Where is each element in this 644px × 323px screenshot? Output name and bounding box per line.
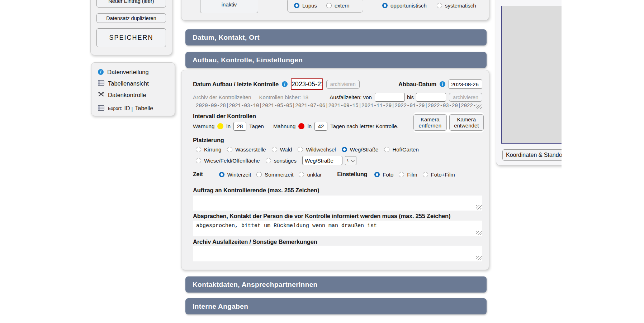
radio-label: Foto+Film bbox=[431, 172, 455, 178]
radio-option-wasserstelle[interactable]: Wasserstelle bbox=[227, 146, 266, 153]
export-separator: | bbox=[132, 106, 133, 112]
radio-label: Hof/Garten bbox=[392, 146, 418, 153]
mahnung-label: Mahnung bbox=[273, 123, 296, 129]
in-label: in bbox=[226, 123, 231, 129]
export-tabelle-link[interactable]: Tabelle bbox=[135, 105, 153, 112]
absprachen-textarea[interactable]: abgesprochen, bittet um Rückmeldung wenn… bbox=[193, 221, 482, 236]
aufbau-form-panel: Datum Aufbau / letzte Kontrolle archivie… bbox=[181, 70, 489, 270]
radio-option-systematisch[interactable]: systematisch bbox=[437, 3, 476, 9]
datum-aufbau-input[interactable] bbox=[291, 78, 323, 90]
radio-option-unklar[interactable]: unklar bbox=[299, 172, 322, 178]
ausfallzeiten-von-label: Ausfallzeiten: von bbox=[330, 94, 372, 100]
abbau-datum-input[interactable] bbox=[449, 79, 482, 89]
radio-label: Sommerzeit bbox=[265, 172, 293, 178]
kontroll-archiv-dates: 2020-09-28|2021-03-10|2021-05-05|2021-07… bbox=[193, 103, 476, 109]
status-panel: inaktiv Lupus extern opportunistisch sys… bbox=[181, 0, 489, 20]
radio-option-film[interactable]: Film bbox=[399, 172, 417, 178]
ausfall-bis-input[interactable] bbox=[416, 93, 446, 102]
radio-label: opportunistisch bbox=[390, 3, 427, 9]
table-icon bbox=[98, 80, 104, 87]
auftrag-textarea-wrap bbox=[193, 196, 482, 211]
abbau-datum-label: Abbau-Datum bbox=[398, 81, 436, 88]
zeit-label: Zeit bbox=[193, 171, 203, 178]
kamera-entfernen-button[interactable]: Kamera entfernen bbox=[413, 114, 447, 131]
inaktiv-button[interactable]: inaktiv bbox=[200, 0, 258, 13]
sidebar-item-label: Tabellenansicht bbox=[108, 80, 149, 87]
radio-label: Wald bbox=[280, 146, 292, 153]
map-panel: Koordinaten & Standorte bbox=[496, 0, 562, 165]
radio-option-weg-strasse[interactable]: Weg/Straße bbox=[342, 146, 379, 153]
section-bar-interne-angaben[interactable]: Interne Angaben bbox=[185, 298, 487, 314]
radio-icon bbox=[196, 147, 201, 152]
radio-icon bbox=[399, 172, 404, 177]
chevron-down-icon bbox=[351, 158, 355, 162]
resize-grip-icon[interactable] bbox=[476, 205, 482, 209]
absprachen-label: Absprachen, Kontakt der Person die vor K… bbox=[193, 213, 450, 220]
archivieren-ausfall-button[interactable]: archivieren bbox=[449, 93, 482, 102]
radio-option-kirrung[interactable]: Kirrung bbox=[196, 146, 221, 153]
section-bar-kontaktdaten[interactable]: Kontaktdaten, AnsprechpartnerInnen bbox=[185, 276, 487, 293]
mode-radio-group: opportunistisch systematisch bbox=[382, 0, 476, 13]
radio-option-foto-film[interactable]: Foto+Film bbox=[423, 172, 455, 178]
auftrag-label: Auftrag an Kontrollierende (max. 255 Zei… bbox=[193, 187, 319, 194]
radio-option-winterzeit[interactable]: Winterzeit bbox=[219, 172, 251, 178]
radio-icon bbox=[266, 158, 271, 163]
ausfall-von-input[interactable] bbox=[375, 93, 405, 102]
platzierung-select[interactable]: \ bbox=[345, 156, 356, 165]
section-bar-aufbau-kontrolle[interactable]: Aufbau, Kontrolle, Einstellungen bbox=[185, 52, 487, 68]
table-icon bbox=[98, 105, 104, 112]
kamera-buttons-card: Kamera entfernen Kamera entwendet bbox=[413, 112, 484, 132]
alert-dot-icon bbox=[298, 123, 304, 129]
source-radio-group: Lupus extern bbox=[287, 0, 363, 13]
sidebar-item-datenverteilung[interactable]: Datenverteilung bbox=[98, 68, 149, 76]
radio-option-wald[interactable]: Wald bbox=[272, 146, 292, 153]
kontroll-archiv-list[interactable]: 2020-09-28|2021-03-10|2021-05-05|2021-07… bbox=[193, 102, 482, 109]
duplicate-record-button[interactable]: Datensatz duplizieren bbox=[96, 13, 166, 23]
warning-dot-icon bbox=[217, 123, 223, 129]
radio-option-lupus[interactable]: Lupus bbox=[294, 3, 317, 9]
radio-icon bbox=[437, 3, 442, 8]
tagen-label: Tagen bbox=[249, 123, 264, 129]
auftrag-textarea[interactable] bbox=[193, 196, 482, 211]
sonstiges-text-input[interactable] bbox=[302, 156, 342, 165]
radio-option-sonstiges[interactable]: sonstiges bbox=[266, 158, 297, 164]
archiv-bemerkungen-textarea[interactable] bbox=[193, 246, 482, 261]
radio-label: unklar bbox=[307, 172, 322, 178]
radio-option-wildwechsel[interactable]: Wildwechsel bbox=[298, 146, 336, 153]
radio-label: Weg/Straße bbox=[350, 146, 379, 153]
radio-icon bbox=[326, 3, 332, 8]
radio-icon bbox=[196, 158, 201, 163]
archiv-kontrollzeiten-link[interactable]: Archiv der Kontrollzeiten bbox=[193, 94, 251, 100]
radio-option-extern[interactable]: extern bbox=[326, 3, 350, 9]
resize-grip-icon[interactable] bbox=[476, 231, 482, 235]
info-icon bbox=[98, 69, 104, 75]
radio-label: sonstiges bbox=[274, 158, 297, 164]
sidebar-item-datenkontrolle[interactable]: Datenkontrolle bbox=[98, 91, 146, 99]
radio-option-foto[interactable]: Foto bbox=[374, 172, 393, 178]
section-bar-datum-kontakt-ort[interactable]: Datum, Kontakt, Ort bbox=[185, 29, 487, 45]
archiv-bemerkungen-label: Archiv Ausfallzeiten / Sonstige Bemerkun… bbox=[193, 238, 317, 245]
save-button[interactable]: SPEICHERN bbox=[96, 28, 166, 47]
app-viewport: Neuer Eintrag (leer) Datensatz duplizier… bbox=[0, 0, 562, 323]
info-icon[interactable] bbox=[282, 81, 288, 87]
resize-grip-icon[interactable] bbox=[476, 256, 482, 260]
radio-option-opportunistisch[interactable]: opportunistisch bbox=[382, 3, 427, 9]
radio-option-hof-garten[interactable]: Hof/Garten bbox=[384, 146, 418, 153]
sidebar-actions-panel: Neuer Eintrag (leer) Datensatz duplizier… bbox=[90, 0, 172, 55]
koordinaten-standorte-button[interactable]: Koordinaten & Standorte bbox=[502, 149, 562, 161]
radio-option-wiese-feld[interactable]: Wiese/Feld/Offenfläche bbox=[196, 158, 260, 164]
sidebar-item-tabellenansicht[interactable]: Tabellenansicht bbox=[98, 79, 149, 88]
radio-icon bbox=[256, 172, 262, 177]
mahnung-tage-input[interactable] bbox=[314, 122, 327, 131]
archivieren-datum-button[interactable]: archivieren bbox=[326, 80, 360, 89]
sidebar-item-label: Datenkontrolle bbox=[108, 92, 146, 98]
kamera-entwendet-button[interactable]: Kamera entwendet bbox=[449, 114, 484, 131]
export-id-link[interactable]: ID bbox=[124, 105, 130, 112]
radio-icon bbox=[227, 147, 232, 152]
info-icon[interactable] bbox=[440, 81, 445, 87]
new-entry-button[interactable]: Neuer Eintrag (leer) bbox=[96, 0, 166, 8]
map-placeholder bbox=[501, 6, 562, 144]
radio-option-sommerzeit[interactable]: Sommerzeit bbox=[256, 172, 293, 178]
resize-grip-icon[interactable] bbox=[476, 105, 482, 109]
warnung-tage-input[interactable] bbox=[233, 122, 246, 131]
